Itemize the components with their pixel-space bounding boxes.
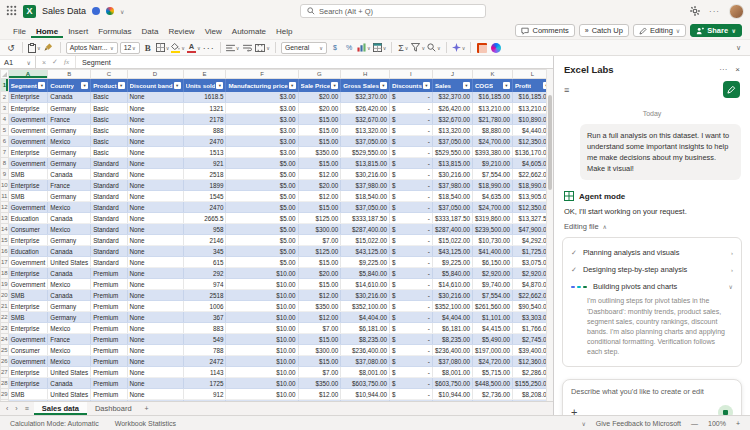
cell[interactable]: Government [8, 202, 48, 213]
workbook-statistics[interactable]: Workbook Statistics [115, 420, 176, 427]
cell[interactable] [341, 400, 390, 402]
cell[interactable]: $7.00 [298, 235, 341, 246]
row-header-24[interactable]: 24 [1, 334, 9, 345]
row-header-21[interactable]: 21 [1, 301, 9, 312]
cell[interactable]: $- [389, 136, 432, 147]
cell[interactable]: $12.00 [298, 191, 341, 202]
cell[interactable]: $333,187.50 [432, 213, 472, 224]
menu-tab-formulas[interactable]: Formulas [93, 24, 136, 38]
column-header-B[interactable]: B [48, 70, 91, 79]
cell[interactable]: $5.00 [226, 191, 298, 202]
cell[interactable]: $10.00 [226, 312, 298, 323]
cell[interactable]: Premium [91, 378, 127, 389]
cell[interactable]: SMB [8, 191, 48, 202]
row-header-15[interactable]: 15 [1, 235, 9, 246]
cell[interactable]: Premium [91, 301, 127, 312]
cell[interactable]: $5,715.00 [472, 367, 512, 378]
saved-status-icon[interactable] [106, 7, 114, 15]
cell[interactable] [432, 400, 472, 402]
cell[interactable]: $3.00 [226, 147, 298, 158]
cell[interactable]: $43,125.00 [432, 246, 472, 257]
cell[interactable]: $- [389, 279, 432, 290]
cell[interactable]: $- [389, 268, 432, 279]
cell[interactable]: $30,216.00 [341, 169, 390, 180]
cell[interactable]: Education [8, 213, 48, 224]
cell[interactable]: $5.00 [226, 213, 298, 224]
cell[interactable]: $- [389, 180, 432, 191]
cell[interactable]: $125.00 [298, 246, 341, 257]
autosum-button[interactable]: Σ∨ [397, 41, 409, 54]
name-box[interactable]: A1∨ [0, 56, 36, 68]
cell[interactable]: $9,210.00 [472, 158, 512, 169]
cell[interactable]: $37,080.00 [341, 356, 390, 367]
cell[interactable]: Premium [91, 345, 127, 356]
cell[interactable]: SMB [8, 312, 48, 323]
cell[interactable] [389, 400, 432, 402]
cell[interactable]: $24,700.00 [472, 136, 512, 147]
cell[interactable]: None [127, 323, 183, 334]
cell[interactable]: $5.00 [226, 257, 298, 268]
row-header-8[interactable]: 8 [1, 158, 9, 169]
cell[interactable]: Standard [91, 224, 127, 235]
worksheet-grid[interactable]: ABCDEFGHIJKLMN1Segment▾Country▾Product▾D… [0, 69, 553, 401]
row-header-25[interactable]: 25 [1, 345, 9, 356]
cell[interactable]: Mexico [48, 224, 91, 235]
sort-filter-button[interactable]: ∨ [411, 41, 425, 54]
cell[interactable]: $24,720.00 [472, 356, 512, 367]
cell[interactable]: $37,980.00 [341, 180, 390, 191]
column-header-J[interactable]: J [432, 70, 472, 79]
row-header-10[interactable]: 10 [1, 180, 9, 191]
cell[interactable]: $18,540.00 [432, 191, 472, 202]
cell[interactable]: $8,001.00 [341, 367, 390, 378]
row-header-14[interactable]: 14 [1, 224, 9, 235]
cell[interactable]: $350.00 [298, 301, 341, 312]
column-header-E[interactable]: E [183, 70, 226, 79]
cell[interactable]: $- [389, 389, 432, 400]
cell[interactable]: Germany [48, 191, 91, 202]
table-header-product[interactable]: Product▾ [91, 79, 127, 92]
table-header-manufacturing-price[interactable]: Manufacturing price▾ [226, 79, 298, 92]
cell[interactable]: $236,400.00 [432, 345, 472, 356]
cell[interactable]: $- [389, 103, 432, 114]
cell[interactable]: $3.00 [226, 136, 298, 147]
cell[interactable]: $32,670.00 [341, 114, 390, 125]
zoom-level[interactable]: 100% [708, 420, 726, 427]
cell[interactable]: $10.00 [226, 389, 298, 400]
cell[interactable]: $15.00 [298, 158, 341, 169]
format-as-table-button[interactable]: ∨ [373, 41, 387, 54]
cell[interactable]: $15,022.00 [432, 235, 472, 246]
cell[interactable]: $30,216.00 [341, 290, 390, 301]
cell[interactable]: 1899 [183, 180, 226, 191]
cell[interactable]: None [127, 136, 183, 147]
cell[interactable]: Premium [91, 279, 127, 290]
menu-tab-automate[interactable]: Automate [227, 24, 271, 38]
cell[interactable]: Enterprise [8, 301, 48, 312]
cell[interactable]: $10.00 [226, 356, 298, 367]
cell[interactable]: Enterprise [8, 323, 48, 334]
table-header-country[interactable]: Country▾ [48, 79, 91, 92]
title-chevron-icon[interactable]: ∨ [120, 8, 124, 15]
cell[interactable]: United States [48, 389, 91, 400]
cell[interactable]: 2518 [183, 290, 226, 301]
cell[interactable]: 2470 [183, 136, 226, 147]
copilot-button[interactable] [490, 41, 502, 54]
cell[interactable]: SMB [8, 290, 48, 301]
cell[interactable]: $8,880.00 [472, 125, 512, 136]
cell[interactable]: $5.00 [226, 235, 298, 246]
cell[interactable]: Germany [48, 301, 91, 312]
cell[interactable]: Government [8, 356, 48, 367]
cell[interactable]: Canada [48, 169, 91, 180]
step-chevron-icon[interactable]: ∨ [729, 283, 733, 290]
filter-dropdown-icon[interactable]: ▾ [289, 82, 296, 89]
cell[interactable]: $2,920.00 [472, 268, 512, 279]
table-header-cogs[interactable]: COGS▾ [472, 79, 512, 92]
stop-generating-button[interactable] [718, 405, 733, 415]
agent-step-building-pivots-and-charts[interactable]: Building pivots and charts∨ [571, 278, 733, 295]
cell[interactable]: Basic [91, 136, 127, 147]
cell[interactable]: Germany [48, 125, 91, 136]
cell[interactable]: $5.00 [226, 180, 298, 191]
accounting-format-button[interactable]: $ [329, 41, 341, 54]
cell[interactable]: 2665.5 [183, 213, 226, 224]
cell[interactable]: $- [389, 290, 432, 301]
cell[interactable]: $41,400.00 [472, 246, 512, 257]
